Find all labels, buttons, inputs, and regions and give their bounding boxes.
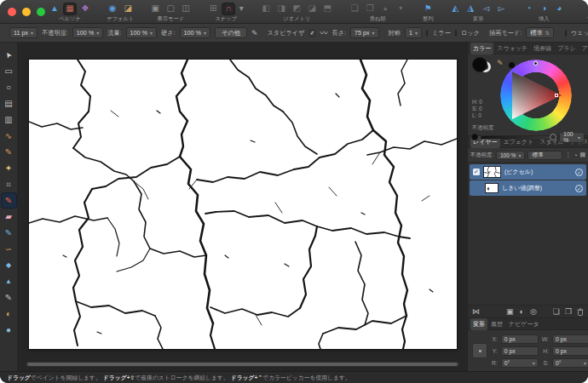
hue-selector-dot[interactable] bbox=[533, 61, 538, 66]
live-filter-icon[interactable]: ◎ bbox=[530, 307, 537, 316]
rotation-field[interactable]: 0° ▾ bbox=[501, 358, 539, 368]
sponge-brush-tool[interactable]: ● bbox=[2, 323, 16, 337]
stabilizer-length-field[interactable]: 75 px ▾ bbox=[350, 27, 379, 38]
y-field[interactable]: 0 px bbox=[501, 346, 539, 356]
view-mode-vector-icon[interactable]: ▣ bbox=[149, 3, 161, 14]
tab-history[interactable]: 履歴 bbox=[488, 318, 505, 330]
geometry-subtract-icon[interactable]: ◨ bbox=[275, 3, 287, 14]
freehand-selection-tool[interactable]: ∿ bbox=[2, 129, 16, 143]
add-layer-icon[interactable]: ❏ bbox=[553, 307, 560, 316]
flip-vertical-icon[interactable]: ◮ bbox=[464, 3, 476, 14]
opacity-stepper-icon[interactable]: ⋮ bbox=[565, 151, 571, 158]
layer-blend-mode-dropdown[interactable]: 標準 bbox=[527, 151, 562, 160]
add-group-icon[interactable]: ❐ bbox=[565, 307, 572, 316]
colour-replacement-brush-tool[interactable]: ✎ bbox=[2, 226, 16, 240]
rotate-ccw-icon[interactable]: ◅ bbox=[480, 3, 492, 14]
opacity-slider-knob[interactable] bbox=[550, 134, 556, 140]
anchor-point-selector[interactable] bbox=[472, 343, 487, 358]
close-window-button[interactable] bbox=[8, 8, 16, 16]
erase-brush-tool[interactable]: ▰ bbox=[2, 209, 16, 224]
move-tool[interactable]: ➤ bbox=[2, 48, 16, 62]
export-persona-icon[interactable]: ❖ bbox=[79, 3, 91, 14]
more-button[interactable]: その他 bbox=[215, 27, 247, 38]
column-marquee-tool[interactable]: ▥ bbox=[2, 112, 16, 127]
pixel-persona-icon[interactable]: ▦ bbox=[64, 3, 76, 14]
designer-persona-icon[interactable]: ▲ bbox=[49, 3, 61, 14]
triangle-selector[interactable] bbox=[555, 94, 558, 97]
smudge-tool[interactable]: ∽ bbox=[2, 242, 16, 256]
document-canvas[interactable] bbox=[29, 60, 457, 349]
edit-brush-icon[interactable]: ✎ bbox=[251, 29, 258, 37]
snap-grid-icon[interactable]: ⊞ bbox=[207, 3, 219, 14]
stabilizer-checkbox[interactable]: ✓ bbox=[309, 30, 316, 37]
row-marquee-tool[interactable]: ▤ bbox=[2, 96, 16, 111]
lock-icon[interactable]: ◔ bbox=[574, 152, 577, 158]
h-field[interactable]: 0 px bbox=[552, 346, 588, 356]
tab-stroke[interactable]: 境界線 bbox=[531, 43, 554, 54]
move-to-front-icon[interactable]: ❏ bbox=[349, 3, 360, 14]
alignment-flag-icon[interactable]: ⚑ bbox=[422, 3, 434, 14]
blur-tool[interactable]: ◆ bbox=[2, 258, 16, 272]
horizontal-scrollbar-thumb[interactable] bbox=[27, 363, 458, 366]
snapping-magnet-icon[interactable]: ∩ bbox=[222, 3, 234, 14]
layer-select-checkbox[interactable]: ✓ bbox=[473, 169, 480, 175]
layer-row-pixel[interactable]: ✓ (ピクセル) ✓ bbox=[470, 164, 586, 180]
symmetry-field[interactable]: 1 ▾ bbox=[405, 27, 422, 38]
zoom-window-button[interactable] bbox=[37, 8, 45, 16]
flood-select-tool[interactable]: ✦ bbox=[2, 161, 16, 175]
rope-stabilizer-icon[interactable]: 〰 bbox=[320, 27, 327, 38]
w-field[interactable]: 0 px bbox=[552, 334, 588, 344]
shear-field[interactable]: 0° ▾ bbox=[552, 358, 588, 368]
brush-colour-icon[interactable]: ✎ bbox=[497, 59, 504, 67]
mirror-checkbox[interactable] bbox=[426, 30, 428, 37]
snapping-options-caret-icon[interactable]: ▾ bbox=[238, 3, 245, 14]
move-to-back-icon[interactable]: ❐ bbox=[364, 3, 376, 14]
tab-colour[interactable]: カラー bbox=[470, 43, 493, 54]
insert-behind-icon[interactable]: ◔ bbox=[522, 3, 534, 14]
adjustment-layer-icon[interactable]: ◐ bbox=[520, 307, 524, 316]
layer-visibility-toggle[interactable]: ✓ bbox=[575, 185, 583, 192]
colour-opacity-field[interactable]: 100 % ▾ bbox=[559, 132, 585, 143]
layer-settings-icon[interactable]: ▤ bbox=[579, 151, 585, 158]
edit-all-layers-icon[interactable]: ⋈ bbox=[472, 307, 480, 316]
flow-field[interactable]: 100 % ▾ bbox=[126, 27, 157, 38]
minimize-window-button[interactable] bbox=[22, 8, 31, 16]
hardness-field[interactable]: 100 % ▾ bbox=[180, 27, 210, 38]
layer-opacity-field[interactable]: 100 % ▾ bbox=[496, 151, 525, 160]
horizontal-scrollbar[interactable] bbox=[26, 362, 459, 367]
x-field[interactable]: 0 px bbox=[501, 334, 539, 344]
insert-top-icon[interactable]: ◑ bbox=[538, 3, 550, 14]
median-tool[interactable]: ✎ bbox=[2, 290, 16, 305]
layer-visibility-toggle[interactable]: ✓ bbox=[575, 169, 583, 176]
insert-inside-icon[interactable]: ◕ bbox=[553, 3, 565, 14]
move-backward-icon[interactable]: ▼ bbox=[395, 3, 406, 14]
view-mode-retina-icon[interactable]: ◫ bbox=[180, 3, 192, 14]
opacity-field[interactable]: 100 % ▾ bbox=[72, 27, 103, 38]
brush-width-field[interactable]: 11 px ▾ bbox=[9, 27, 37, 38]
colour-opacity-slider[interactable] bbox=[481, 136, 556, 139]
flip-horizontal-icon[interactable]: ◭ bbox=[449, 3, 461, 14]
sharpen-tool[interactable]: ▲ bbox=[2, 274, 16, 289]
fill-colour-swatch[interactable] bbox=[473, 58, 487, 71]
geometry-combine-icon[interactable]: ⬒ bbox=[321, 3, 333, 14]
geometry-intersect-icon[interactable]: ◩ bbox=[291, 3, 303, 14]
geometry-divide-icon[interactable]: ◪ bbox=[306, 3, 318, 14]
move-forward-icon[interactable]: ▲ bbox=[379, 3, 391, 14]
tab-navigator[interactable]: ナビゲータ bbox=[506, 318, 542, 330]
sync-defaults-icon[interactable]: ◉ bbox=[107, 3, 118, 14]
selection-brush-tool[interactable]: ✎ bbox=[2, 145, 16, 159]
tab-brushes[interactable]: ブラシ bbox=[555, 43, 579, 54]
revert-defaults-icon[interactable]: ◪ bbox=[122, 3, 134, 14]
layer-thumbnail[interactable] bbox=[483, 166, 501, 178]
lock-checkbox[interactable] bbox=[455, 30, 457, 37]
blend-mode-dropdown[interactable]: 標準 ⇅ bbox=[526, 27, 553, 38]
geometry-add-icon[interactable]: ◧ bbox=[260, 3, 272, 14]
tab-appearance[interactable]: アピアランス bbox=[579, 43, 588, 54]
delete-layer-icon[interactable] bbox=[577, 308, 584, 316]
tab-transform[interactable]: 変形 bbox=[470, 318, 487, 330]
grid-tool[interactable]: ⌗ bbox=[2, 177, 16, 192]
mask-layer-icon[interactable]: ▣ bbox=[506, 307, 514, 316]
dodge-brush-tool[interactable]: ◐ bbox=[2, 306, 16, 321]
wet-edges-checkbox[interactable] bbox=[565, 30, 567, 37]
rectangular-marquee-tool[interactable]: ▭ bbox=[2, 64, 16, 78]
